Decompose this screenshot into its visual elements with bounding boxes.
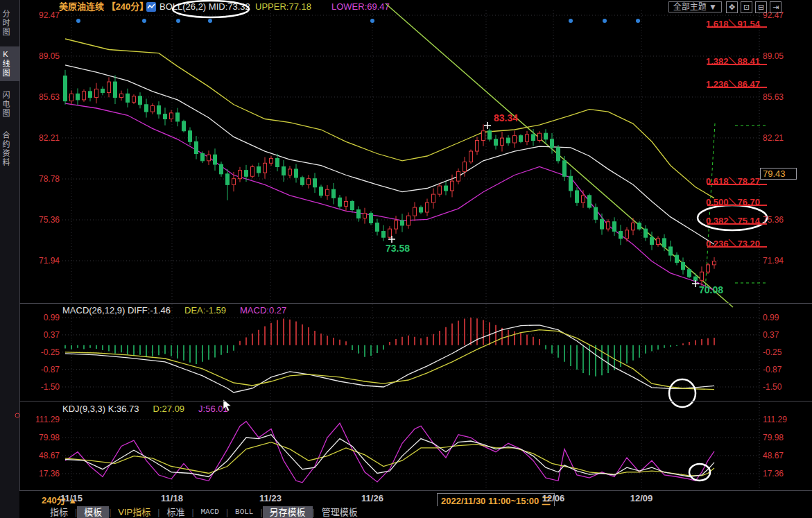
macd-axis-tick-right: 0.99 [763,313,779,322]
kdj-axis-tick-right: 48.67 [763,451,784,460]
zoom-axis-icon[interactable]: ⊟ [755,1,767,13]
divider-main-macd [19,303,812,304]
fib-level-label: 1.236＼86.47 [706,77,767,90]
swing-price-label: 73.58 [386,243,410,254]
shift-right-icon[interactable]: ⇥ [770,1,781,13]
main-axis-tick-right: 71.94 [763,256,784,266]
chart-canvas[interactable] [0,0,812,518]
fib-level-label: 1.618＼91.54 [706,17,767,30]
trading-app-window: 分时图K线图闪电图合约资料 美原油连续 【240分】 BOLL(26,2) MI… [0,0,812,518]
date-tick-label: 12/06 [542,493,565,503]
toolbar-item-另存模板[interactable]: 另存模板 [263,506,313,518]
macd-axis-tick-left: -1.50 [24,382,60,392]
fib-level-label: 1.382＼88.41 [706,54,767,67]
macd-axis-tick-left: 0.37 [24,330,60,340]
time-axis: 240分 ▲ 11/1511/1811/2311/262022/11/30 11… [19,490,812,507]
toolbar-item-VIP指标[interactable]: VIP指标 [111,506,157,518]
macd-axis-tick-right: -0.87 [763,365,781,374]
fib-level-label: 0.618＼78.27 [706,174,767,187]
divider-macd-kdj [19,401,812,402]
toolbar-item-标准[interactable]: 标准 [159,506,191,518]
toolbar-item-MACD[interactable]: MACD [194,506,226,518]
date-tick-label: 12/09 [630,493,653,503]
main-axis-tick-left: 89.05 [24,51,60,61]
main-axis-tick-right: 85.63 [763,92,784,102]
main-axis-tick-left: 85.63 [24,92,60,102]
kdj-axis-tick-left: 48.67 [24,451,60,460]
main-axis-tick-left: 82.21 [24,133,60,143]
macd-axis-tick-left: -0.25 [24,347,60,357]
bottom-toolbar: 指标|模板|VIP指标|标准|MACD|BOLL|另存模板|管理模板 [19,506,812,518]
macd-axis-tick-right: 0.37 [763,330,779,340]
fib-level-label: 0.382＼75.14 [706,214,767,227]
kdj-axis-tick-right: 79.98 [763,433,784,442]
date-tick-label: 11/15 [60,493,83,503]
fib-level-label: 0.500＼76.70 [706,195,767,208]
swing-price-label: 70.08 [699,284,723,295]
macd-axis-tick-right: -0.25 [763,347,781,357]
date-tick-label: 11/18 [161,493,183,503]
kdj-axis-tick-left: 17.36 [24,469,60,478]
last-price-marker: 79.43 [760,168,797,180]
main-axis-tick-left: 71.94 [24,256,60,266]
main-axis-tick-right: 82.21 [763,133,784,143]
swing-price-label: 83.34 [494,112,518,123]
toolbar-item-指标[interactable]: 指标 [43,506,75,518]
toolbar-item-BOLL[interactable]: BOLL [228,506,260,518]
date-tick-label: 11/23 [259,493,282,503]
date-tick-label: 11/26 [361,493,383,503]
main-axis-tick-left: 75.36 [24,215,60,225]
fib-level-label: 0.236＼73.20 [706,236,767,250]
crosshair-date-label: 2022/11/30 11:00~15:00 三 [437,493,555,508]
main-axis-tick-left: 92.47 [24,10,60,20]
macd-axis-tick-right: -1.50 [763,382,781,392]
toolbar-item-模板[interactable]: 模板 [77,506,109,518]
toolbar-item-管理模板[interactable]: 管理模板 [315,506,365,518]
macd-axis-tick-left: 0.99 [24,313,60,322]
kdj-axis-tick-left: 79.98 [24,433,60,442]
pan-icon[interactable]: ✥ [726,1,738,13]
macd-axis-tick-left: -0.87 [24,365,60,374]
kdj-axis-tick-right: 17.36 [763,469,784,478]
main-axis-tick-left: 78.78 [24,174,60,184]
kdj-axis-tick-right: 111.29 [763,415,787,424]
kdj-axis-tick-left: 111.29 [24,415,60,424]
zoom-area-icon[interactable]: ⊡ [741,1,752,13]
panel-marker-icon [15,413,19,417]
